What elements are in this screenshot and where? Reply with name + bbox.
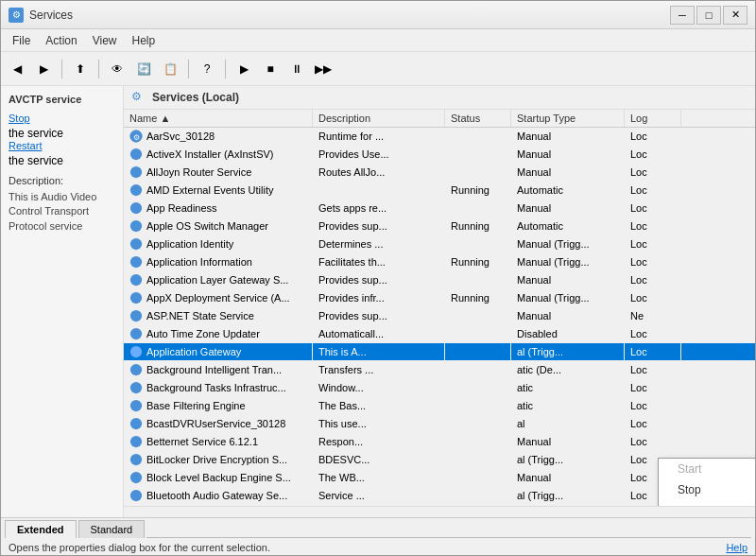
panel-icon: ⚙ (131, 90, 146, 105)
menu-help[interactable]: Help (125, 32, 163, 49)
svg-point-10 (130, 292, 142, 304)
cell-status (445, 307, 511, 324)
close-button[interactable]: ✕ (723, 6, 747, 25)
maximize-button[interactable]: □ (696, 6, 721, 25)
table-row[interactable]: Base Filtering Engine The Bas... atic Lo… (124, 397, 755, 415)
table-row-selected[interactable]: Application Gateway This is A... al (Tri… (124, 343, 755, 361)
table-row[interactable]: Application Identity Determines ... Manu… (124, 235, 755, 253)
table-row[interactable]: ActiveX Installer (AxInstSV) Provides Us… (124, 146, 755, 164)
cell-startup: Manual (Trigg... (511, 253, 625, 270)
restart-suffix: the service (9, 154, 63, 167)
stop-link[interactable]: Stop (9, 113, 115, 124)
table-body: ⚙ AarSvc_30128 Runtime for ... Manual Lo… (124, 128, 755, 503)
cell-name: Application Information (124, 253, 313, 270)
toolbar-help[interactable]: ? (195, 57, 219, 81)
context-stop[interactable]: Stop (659, 479, 755, 500)
table-row[interactable]: Background Tasks Infrastruc... Window...… (124, 379, 755, 397)
tab-extended[interactable]: Extended (5, 520, 77, 538)
cell-status (445, 415, 511, 432)
cell-status (445, 487, 511, 503)
cell-desc: The Bas... (313, 397, 445, 414)
cell-desc: Transfers ... (313, 361, 445, 378)
service-icon (129, 453, 143, 466)
col-log[interactable]: Log (625, 110, 681, 127)
table-row[interactable]: BcastDVRUserService_30128 This use... al… (124, 415, 755, 433)
service-icon (129, 273, 143, 287)
cell-name: Background Intelligent Tran... (124, 361, 313, 378)
table-row[interactable]: Background Intelligent Tran... Transfers… (124, 361, 755, 379)
cell-log: Loc (625, 379, 681, 396)
cell-startup: atic (De... (511, 361, 625, 378)
svg-point-2 (130, 148, 142, 160)
cell-name: AppX Deployment Service (A... (124, 289, 313, 306)
toolbar-resume[interactable]: ▶▶ (311, 57, 335, 81)
toolbar-back[interactable]: ◀ (5, 57, 29, 81)
description-text: This is Audio Video Control Transport Pr… (9, 190, 115, 234)
horizontal-scrollbar[interactable] (124, 506, 755, 517)
toolbar-stop[interactable]: ■ (258, 57, 283, 81)
cell-status (445, 361, 511, 378)
service-icon (129, 309, 143, 322)
cell-startup: atic (511, 379, 625, 396)
restart-link[interactable]: Restart (9, 140, 115, 151)
minimize-button[interactable]: ─ (670, 6, 695, 25)
table-row[interactable]: AllJoyn Router Service Routes AllJo... M… (124, 164, 755, 182)
cell-name: ⚙ AarSvc_30128 (124, 128, 313, 145)
cell-startup: Manual (511, 271, 625, 288)
cell-log: Ne (625, 307, 681, 324)
cell-name: BitLocker Drive Encryption S... (124, 451, 313, 468)
cell-log: Loc (625, 433, 681, 450)
service-icon: ⚙ (129, 130, 143, 143)
table-row[interactable]: AppX Deployment Service (A... Provides i… (124, 289, 755, 307)
table-row[interactable]: Application Information Facilitates th..… (124, 253, 755, 271)
cell-name: AMD External Events Utility (124, 182, 313, 199)
table-row[interactable]: Application Layer Gateway S... Provides … (124, 271, 755, 289)
main-panel: ⚙ Services (Local) Name ▲ Description St… (124, 86, 755, 517)
service-icon-selected (129, 345, 143, 358)
toolbar-forward[interactable]: ▶ (31, 57, 56, 81)
toolbar-sep-1 (61, 60, 62, 78)
table-row[interactable]: Apple OS Switch Manager Provides sup... … (124, 217, 755, 235)
table-row[interactable]: AMD External Events Utility Running Auto… (124, 182, 755, 200)
cell-name: BcastDVRUserService_30128 (124, 415, 313, 432)
toolbar-show-hide[interactable]: 👁 (105, 57, 129, 81)
col-status[interactable]: Status (445, 110, 511, 127)
cell-desc: Automaticall... (313, 325, 445, 342)
cell-startup: Manual (511, 128, 625, 145)
cell-status (445, 451, 511, 468)
context-start[interactable]: Start (659, 459, 755, 479)
table-row[interactable]: ⚙ AarSvc_30128 Runtime for ... Manual Lo… (124, 128, 755, 146)
svg-point-19 (130, 454, 142, 465)
col-startup[interactable]: Startup Type (511, 110, 625, 127)
menu-bar: File Action View Help (1, 29, 755, 52)
cell-startup: atic (511, 397, 625, 414)
svg-point-17 (130, 418, 142, 429)
cell-name: App Readiness (124, 200, 313, 217)
toolbar-export[interactable]: 📋 (158, 57, 182, 81)
table-row[interactable]: Betternet Service 6.12.1 Respon... Manua… (124, 433, 755, 451)
col-description[interactable]: Description (313, 110, 445, 127)
table-row[interactable]: App Readiness Gets apps re... Manual Loc (124, 200, 755, 217)
cell-desc: Respon... (313, 433, 445, 450)
cell-status: Running (445, 289, 511, 306)
service-icon (129, 417, 143, 430)
table-header: Name ▲ Description Status Startup Type L… (124, 110, 755, 128)
menu-view[interactable]: View (85, 32, 125, 49)
toolbar-refresh[interactable]: 🔄 (131, 57, 156, 81)
tab-standard[interactable]: Standard (78, 520, 146, 538)
col-name[interactable]: Name ▲ (124, 110, 313, 127)
table-row[interactable]: ASP.NET State Service Provides sup... Ma… (124, 307, 755, 325)
stop-suffix: the service (9, 127, 63, 140)
menu-action[interactable]: Action (38, 32, 84, 49)
cell-desc (313, 182, 445, 199)
tab-spacer (146, 520, 751, 538)
menu-file[interactable]: File (5, 32, 38, 49)
toolbar-up[interactable]: ⬆ (68, 57, 93, 81)
toolbar-pause[interactable]: ⏸ (284, 57, 309, 81)
help-text[interactable]: Help (726, 542, 747, 553)
table-row[interactable]: Auto Time Zone Updater Automaticall... D… (124, 325, 755, 343)
svg-point-14 (130, 364, 142, 375)
content-area: AVCTP service Stop the service Restart t… (1, 86, 755, 517)
panel-header: ⚙ Services (Local) (124, 86, 755, 110)
toolbar-start[interactable]: ▶ (232, 57, 256, 81)
